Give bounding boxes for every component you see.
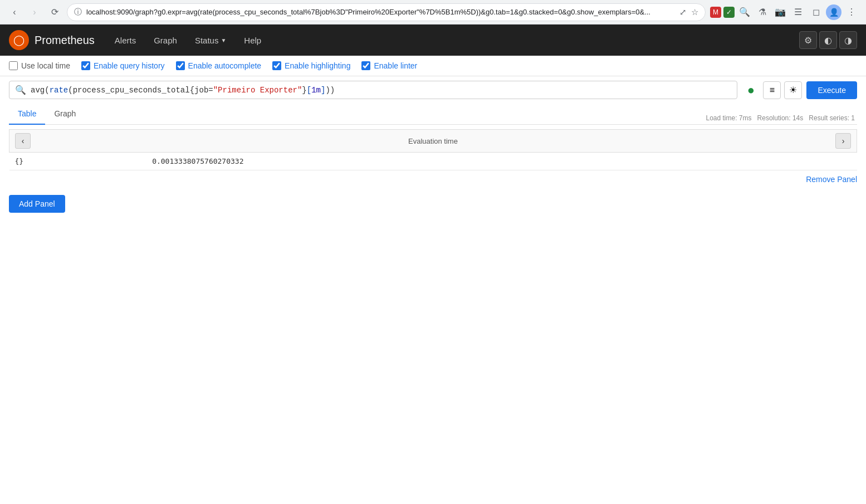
enable-linter-label[interactable]: Enable linter <box>361 61 417 70</box>
forward-button[interactable]: › <box>27 4 42 20</box>
query-brace-open: { <box>190 86 194 95</box>
address-bar[interactable]: ⓘ localhost:9090/graph?g0.expr=avg(rate(… <box>67 3 706 21</box>
enable-highlighting-text: Enable highlighting <box>285 61 350 70</box>
format-button[interactable]: ≡ <box>763 81 781 99</box>
query-eq: = <box>208 86 213 95</box>
query-dur-bracket: [ <box>307 86 311 95</box>
search-ext-button[interactable]: 🔍 <box>737 4 752 20</box>
light-theme-button[interactable]: ◐ <box>819 31 837 49</box>
sidebar-button[interactable]: ☰ <box>790 4 806 20</box>
query-duration: 1m <box>311 86 321 95</box>
lock-icon: ⓘ <box>74 7 82 17</box>
result-row: {} 0.0013338075760270332 <box>9 153 857 170</box>
prometheus-navbar: ◯ Prometheus Alerts Graph Status ▼ Help … <box>0 25 866 56</box>
exemplars-button[interactable]: ☀ <box>784 81 802 99</box>
enable-query-history-checkbox[interactable] <box>81 61 90 70</box>
query-input-wrapper[interactable]: 🔍 avg(rate(process_cpu_seconds_total{job… <box>9 81 737 99</box>
enable-linter-text: Enable linter <box>374 61 417 70</box>
execute-button[interactable]: Execute <box>806 81 857 99</box>
panel-divider <box>9 124 857 125</box>
enable-linter-checkbox[interactable] <box>361 61 370 70</box>
prom-brand: Prometheus <box>35 34 95 47</box>
settings-theme-button[interactable]: ⚙ <box>799 31 817 49</box>
back-button[interactable]: ‹ <box>7 4 22 20</box>
add-panel-button[interactable]: Add Panel <box>9 195 65 213</box>
enable-autocomplete-text: Enable autocomplete <box>188 61 262 70</box>
query-action-buttons: ● ≡ ☀ <box>742 81 802 99</box>
enable-query-history-label[interactable]: Enable query history <box>81 61 165 70</box>
query-close-parens: )) <box>325 86 335 95</box>
panel-tabs: Table Graph <box>9 104 85 124</box>
remove-panel-link[interactable]: Remove Panel <box>806 175 857 184</box>
puzzle-ext-button[interactable]: ⚗ <box>755 4 770 20</box>
ext-red-icon[interactable]: M <box>710 7 721 18</box>
enable-autocomplete-label[interactable]: Enable autocomplete <box>176 61 262 70</box>
nav-help[interactable]: Help <box>237 31 268 50</box>
eval-time-cell: ‹ Evaluation time › <box>9 130 857 153</box>
use-local-time-label[interactable]: Use local time <box>9 61 70 70</box>
query-rate-func: rate <box>50 86 69 95</box>
browser-chrome: ‹ › ⟳ ⓘ localhost:9090/graph?g0.expr=avg… <box>0 0 866 25</box>
use-local-time-checkbox[interactable] <box>9 61 18 70</box>
tab-table[interactable]: Table <box>9 104 45 125</box>
query-brace-close: } <box>302 86 306 95</box>
bookmark-icon: ☆ <box>691 7 698 17</box>
settings-bar: Use local time Enable query history Enab… <box>0 56 866 76</box>
url-text: localhost:9090/graph?g0.expr=avg(rate(pr… <box>86 8 675 16</box>
panel: Table Graph Load time: 7ms Resolution: 1… <box>0 104 866 188</box>
query-bar: 🔍 avg(rate(process_cpu_seconds_total{job… <box>0 76 866 104</box>
query-paren-open: ( <box>45 86 49 95</box>
enable-query-history-text: Enable query history <box>94 61 165 70</box>
ext-green-icon[interactable]: ✓ <box>723 7 735 18</box>
result-label: {} <box>9 153 147 170</box>
enable-highlighting-checkbox[interactable] <box>272 61 281 70</box>
prom-logo: ◯ Prometheus <box>9 30 95 50</box>
theme-buttons: ⚙ ◐ ◑ <box>799 31 857 49</box>
eval-time-prev-button[interactable]: ‹ <box>15 133 31 149</box>
load-time: Load time: 7ms <box>706 114 752 122</box>
avatar[interactable]: 👤 <box>826 4 841 20</box>
reload-button[interactable]: ⟳ <box>47 4 62 20</box>
nav-graph[interactable]: Graph <box>147 31 184 50</box>
nav-status[interactable]: Status ▼ <box>188 31 233 50</box>
share-icon: ⤢ <box>679 7 687 17</box>
eval-time-row: ‹ Evaluation time › <box>9 130 857 153</box>
result-table: ‹ Evaluation time › {} 0.001333807576027… <box>9 129 857 170</box>
browser-actions: M ✓ 🔍 ⚗ 📷 ☰ ◻ 👤 ⋮ <box>710 4 859 20</box>
tab-graph[interactable]: Graph <box>45 104 85 125</box>
zoom-button[interactable]: ◻ <box>808 4 824 20</box>
eval-time-label: Evaluation time <box>33 137 833 145</box>
eval-time-container: ‹ Evaluation time › {} 0.001333807576027… <box>9 129 857 170</box>
query-avg-func: avg <box>31 86 45 95</box>
query-input[interactable]: avg(rate(process_cpu_seconds_total{job="… <box>31 86 731 95</box>
prom-logo-icon: ◯ <box>9 30 29 50</box>
query-paren2: ( <box>68 86 72 95</box>
remove-panel-row: Remove Panel <box>9 170 857 188</box>
prom-nav-links: Alerts Graph Status ▼ Help <box>108 31 268 50</box>
enable-highlighting-label[interactable]: Enable highlighting <box>272 61 350 70</box>
query-label-val: "Primeiro Exporter" <box>213 86 302 95</box>
query-label-key: job <box>194 86 208 95</box>
enable-autocomplete-checkbox[interactable] <box>176 61 185 70</box>
search-icon: 🔍 <box>15 85 26 95</box>
dark-theme-button[interactable]: ◑ <box>839 31 857 49</box>
green-circle-icon[interactable]: ● <box>742 81 760 99</box>
resolution: Resolution: 14s <box>757 114 804 122</box>
query-metric: process_cpu_seconds_total <box>73 86 190 95</box>
eval-time-next-button[interactable]: › <box>835 133 851 149</box>
menu-button[interactable]: ⋮ <box>844 4 859 20</box>
nav-alerts[interactable]: Alerts <box>108 31 143 50</box>
ext-button-2[interactable]: 📷 <box>772 4 788 20</box>
result-series: Result series: 1 <box>809 114 855 122</box>
result-value: 0.0013338075760270332 <box>146 153 857 170</box>
use-local-time-text: Use local time <box>21 61 70 70</box>
panel-meta: Load time: 7ms Resolution: 14s Result se… <box>706 114 858 122</box>
